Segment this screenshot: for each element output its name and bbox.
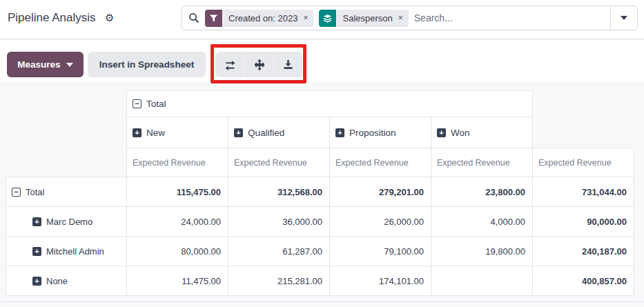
pivot-corner	[533, 117, 634, 148]
layers-icon	[319, 10, 336, 27]
table-row: − Total 115,475.00 312,568.00 279,201.00…	[6, 177, 634, 207]
bottom-divider	[0, 301, 644, 302]
table-row: + None 11,475.00 215,281.00 174,101.00 4…	[6, 266, 634, 296]
expand-icon[interactable]: +	[234, 128, 243, 137]
search-dropdown-toggle[interactable]	[611, 6, 637, 30]
row-header-total[interactable]: − Total	[6, 177, 127, 207]
measure-header[interactable]: Expected Revenue	[533, 148, 634, 177]
table-row: + Marc Demo 24,000.00 36,000.00 26,000.0…	[6, 207, 634, 237]
measure-header[interactable]: Expected Revenue	[127, 148, 228, 177]
pivot-cell: 19,800.00	[431, 237, 533, 266]
expand-icon[interactable]: +	[335, 128, 344, 137]
flip-axis-button[interactable]	[215, 52, 244, 77]
pivot-cell: 26,000.00	[330, 207, 431, 237]
download-icon	[283, 59, 293, 70]
expand-icon[interactable]: +	[32, 277, 41, 286]
pivot-cell	[431, 266, 533, 296]
expand-icon[interactable]: +	[32, 247, 41, 256]
facet-remove-icon[interactable]: ×	[398, 13, 403, 23]
pivot-cell: 79,100.00	[330, 237, 431, 266]
facet-remove-icon[interactable]: ×	[303, 13, 308, 23]
pivot-cell: 4,000.00	[431, 207, 533, 237]
search-icon	[188, 12, 199, 23]
pivot-cell: 36,000.00	[228, 207, 330, 237]
pivot-table: − Total + New + Qualified + Pro	[6, 90, 634, 296]
col-group-header-total[interactable]: − Total	[127, 91, 533, 117]
pivot-cell: 312,568.00	[228, 177, 330, 207]
measure-header[interactable]: Expected Revenue	[228, 148, 330, 177]
page-title: Pipeline Analysis	[8, 11, 96, 25]
pivot-corner	[6, 148, 127, 177]
measure-header[interactable]: Expected Revenue	[330, 148, 431, 177]
col-header-won[interactable]: + Won	[431, 117, 533, 148]
search-bar: Created on: 2023 × Salesperson ×	[181, 6, 638, 30]
flip-axis-icon	[224, 59, 236, 70]
facet-label: Created on: 2023	[228, 13, 297, 23]
pivot-corner	[6, 117, 127, 148]
pivot-corner	[6, 91, 127, 117]
col-header-proposition[interactable]: + Proposition	[330, 117, 431, 148]
pivot-cell: 23,800.00	[431, 177, 533, 207]
measures-button[interactable]: Measures	[7, 52, 84, 77]
pivot-cell: 11,475.00	[127, 266, 228, 296]
facet-created-on: Created on: 2023 ×	[205, 10, 313, 27]
insert-in-spreadsheet-button[interactable]: Insert in Spreadsheet	[88, 52, 206, 77]
facet-label: Salesperson	[342, 13, 392, 23]
expand-icon[interactable]: +	[32, 217, 41, 226]
search-input[interactable]	[414, 12, 610, 23]
pivot-cell: 400,857.00	[533, 266, 634, 296]
pivot-cell: 240,187.00	[533, 237, 634, 266]
pivot-view: − Total + New + Qualified + Pro	[0, 81, 644, 307]
pivot-cell: 279,201.00	[330, 177, 431, 207]
pivot-cell: 115,475.00	[127, 177, 228, 207]
filter-icon	[205, 10, 222, 27]
control-panel: Pipeline Analysis ⚙ Created on: 2023 ×	[0, 0, 644, 39]
expand-all-button[interactable]	[244, 52, 273, 77]
gear-icon[interactable]: ⚙	[105, 12, 114, 24]
facet-salesperson: Salesperson ×	[319, 10, 408, 27]
pivot-cell: 215,281.00	[228, 266, 330, 296]
measure-header[interactable]: Expected Revenue	[431, 148, 533, 177]
expand-all-icon	[254, 59, 265, 70]
pivot-cell: 731,044.00	[533, 177, 634, 207]
expand-icon[interactable]: +	[133, 128, 142, 137]
collapse-icon[interactable]: −	[12, 188, 21, 197]
chevron-down-icon	[621, 16, 627, 20]
chevron-down-icon	[66, 63, 73, 67]
collapse-icon[interactable]: −	[133, 99, 142, 108]
expand-icon[interactable]: +	[437, 128, 446, 137]
col-header-new[interactable]: + New	[127, 117, 228, 148]
row-header-none[interactable]: + None	[6, 266, 127, 296]
pivot-cell: 24,000.00	[127, 207, 228, 237]
pivot-cell: 80,000.00	[127, 237, 228, 266]
pivot-corner	[533, 91, 634, 117]
pivot-cell: 90,000.00	[533, 207, 634, 237]
pivot-cell: 174,101.00	[330, 266, 431, 296]
table-row: + Mitchell Admin 80,000.00 61,287.00 79,…	[6, 237, 634, 266]
col-header-qualified[interactable]: + Qualified	[228, 117, 330, 148]
pivot-tools-group	[215, 52, 302, 77]
pivot-cell: 61,287.00	[228, 237, 330, 266]
row-header-mitchell-admin[interactable]: + Mitchell Admin	[6, 237, 127, 266]
download-button[interactable]	[273, 52, 302, 77]
row-header-marc-demo[interactable]: + Marc Demo	[6, 207, 127, 237]
